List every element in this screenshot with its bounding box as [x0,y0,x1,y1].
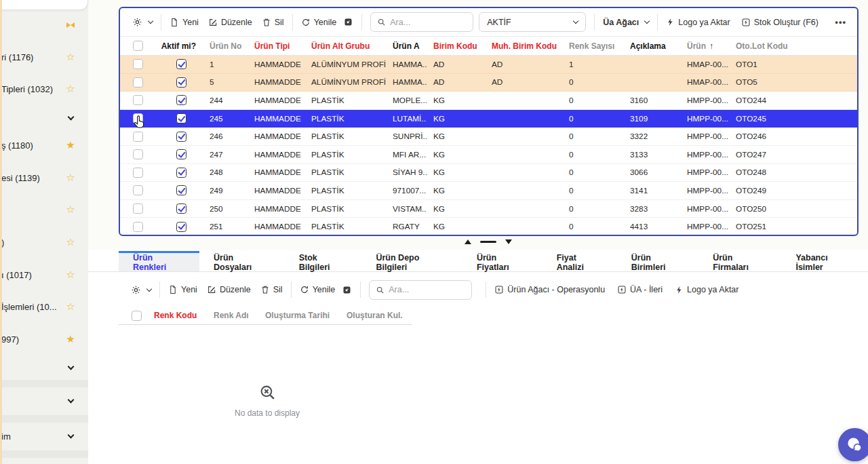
chevron-down-icon[interactable] [64,394,77,408]
star-outline-icon[interactable]: ☆ [64,203,77,216]
table-row[interactable]: 250HAMMADDEPLASTİKVISTAM...KG03283HMPP-0… [120,200,857,218]
cell-aktif[interactable] [151,113,203,123]
cell-select[interactable] [120,222,151,232]
sidebar-item[interactable]: İşlemleri (10...☆ [0,297,88,316]
tab--r-n-dosyalar-[interactable]: Ürün Dosyaları [199,251,285,271]
column-header-muh_birim[interactable]: Muh. Birim Kodu [485,41,562,51]
column-header-oto_lot[interactable]: Oto.Lot Kodu [729,41,797,51]
table-row[interactable]: 245HAMMADDEPLASTİKLUTAMİ...KG03109HMPP-0… [120,110,857,128]
sidebar-item[interactable]: ri (1176)☆ [0,47,88,66]
bow-icon[interactable] [64,18,77,32]
chevron-down-icon[interactable] [64,361,77,374]
active-checkbox[interactable] [176,204,186,214]
cell-select[interactable] [120,168,151,178]
detail-restore-layout-button[interactable] [342,285,352,295]
star-filled-icon[interactable]: ★ [64,332,77,346]
table-row[interactable]: 246HAMMADDEPLASTİKSUNPRİ...KG03322HMPP-0… [120,128,857,146]
detail-column-header[interactable]: Renk Kodu [150,311,210,320]
new-button[interactable]: Yeni [170,18,199,27]
collapse-up-icon[interactable] [465,239,471,244]
cell-aktif[interactable] [151,149,203,159]
sidebar-item[interactable]: ş (1180)★ [0,136,88,155]
select-all-checkbox[interactable] [133,41,143,51]
cell-aktif[interactable] [151,204,203,214]
delete-button[interactable]: Sil [262,18,284,27]
active-checkbox[interactable] [176,222,186,232]
active-checkbox[interactable] [176,132,186,142]
create-stock-button[interactable]: Stok Oluştur (F6) [741,18,818,27]
tab--r-n-firmalar-[interactable]: Ürün Firmaları [698,251,781,271]
cell-aktif[interactable] [151,185,203,195]
star-outline-icon[interactable]: ☆ [64,171,77,185]
row-select-checkbox[interactable] [133,77,143,88]
row-select-checkbox[interactable] [133,149,143,159]
detail-search-input[interactable]: Ara... [369,280,472,300]
detail-column-header[interactable]: Renk Adı [210,311,261,320]
detail-column-header[interactable]: Oluşturan Kul. [342,311,412,320]
row-select-checkbox[interactable] [133,95,143,105]
table-row[interactable]: 247HAMMADDEPLASTİKMFI AR...KG03133HMPP-0… [120,146,857,164]
tab-yabanc-i-simler[interactable]: Yabancı İsimler [781,251,868,271]
tab--r-n-renkleri[interactable]: Ürün Renkleri [119,251,199,271]
detail-new-button[interactable]: Yeni [168,285,197,294]
export-to-logo-button[interactable]: Logo ya Aktar [666,18,730,27]
sidebar-item[interactable] [0,109,88,128]
collapse-down-icon[interactable] [505,239,512,244]
table-row[interactable]: 5HAMMADDEALÜMİNYUM PROFİLHAMMA...ADAD0HM… [120,74,857,92]
cell-select[interactable] [120,132,151,142]
ua-advanced-button[interactable]: ÜA - İleri [617,285,663,294]
tab--r-n-birimleri[interactable]: Ürün Birimleri [617,251,698,271]
column-header-adi[interactable]: Ürün A [386,41,427,51]
panel-splitter[interactable] [465,239,512,244]
table-row[interactable]: 248HAMMADDEPLASTİKSİYAH 9...KG03066HMPP-… [120,164,857,182]
active-checkbox[interactable] [176,77,186,88]
active-checkbox[interactable] [176,168,186,178]
cell-aktif[interactable] [151,59,203,69]
detail-column-header[interactable]: Oluşturma Tarihi [261,311,342,320]
search-input[interactable]: Ara... [370,12,473,32]
active-checkbox[interactable] [176,149,186,159]
cell-aktif[interactable] [151,77,203,88]
sidebar-item[interactable]: im [0,427,88,446]
table-row[interactable]: 1HAMMADDEALÜMİNYUM PROFİLHAMMA...ADAD1HM… [120,56,857,74]
product-tree-operations-button[interactable]: Ürün Ağacı - Operasyonlu [494,285,605,294]
column-header-urun[interactable]: Ürün↑ [680,41,729,51]
row-select-checkbox[interactable] [133,204,143,214]
sidebar-item[interactable] [0,16,88,35]
star-outline-icon[interactable]: ☆ [64,300,77,313]
chevron-down-icon[interactable] [64,429,77,443]
star-outline-icon[interactable]: ☆ [64,235,77,249]
column-header-aktif[interactable]: Aktif mi? [151,41,203,51]
table-row[interactable]: 251HAMMADDEPLASTİKRGATYKG04413HMPP-00...… [120,218,857,236]
edit-button[interactable]: Düzenle [208,18,252,27]
tab-fiyat-analizi[interactable]: Fiyat Analizi [542,251,617,271]
active-checkbox[interactable] [176,95,186,105]
sidebar-item[interactable]: )☆ [0,233,88,252]
restore-layout-button[interactable] [343,17,353,27]
sidebar-item[interactable]: ı (1017)☆ [0,265,88,284]
sidebar-item[interactable] [0,358,88,377]
detail-refresh-button[interactable]: Yenile [300,285,336,294]
sidebar-item[interactable]: esi (1139)☆ [0,168,88,187]
ua-agaci-dropdown[interactable]: Üa Ağacı [603,18,649,27]
column-header-renk_sayisi[interactable]: Renk Sayısı [562,41,623,51]
refresh-button[interactable]: Yenile [301,18,337,27]
cell-select[interactable] [120,204,151,214]
cell-aktif[interactable] [151,222,203,232]
detail-edit-button[interactable]: Düzenle [207,285,251,294]
star-outline-icon[interactable]: ☆ [64,50,77,64]
active-checkbox[interactable] [176,59,186,69]
sidebar-item[interactable]: 997)★ [0,330,88,349]
select-all-checkbox[interactable] [132,311,142,321]
chevron-down-icon[interactable] [64,111,77,125]
tab--r-n-fiyatlar-[interactable]: Ürün Fiyatları [462,251,542,271]
sidebar-item[interactable]: ☆ [0,200,88,219]
cell-aktif[interactable] [151,132,203,142]
row-select-checkbox[interactable] [133,59,143,69]
column-header-birim[interactable]: Birim Kodu [427,41,485,51]
cell-select[interactable] [120,95,151,105]
splitter-handle[interactable] [480,241,496,243]
column-header-select[interactable] [120,41,151,51]
row-select-checkbox[interactable] [133,222,143,232]
chat-button[interactable] [838,428,868,461]
